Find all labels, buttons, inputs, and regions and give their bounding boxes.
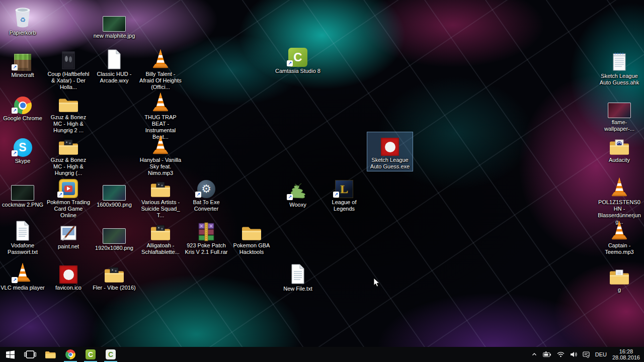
desktop-icon-1600x900-png[interactable]: 1600x900.png: [92, 177, 137, 209]
desktop-icon-sketch-league-auto-guess-exe[interactable]: Sketch League Auto Guess.exe: [367, 132, 413, 171]
vlc-icon: [150, 132, 171, 156]
icon-label: cockmaw 2.PNG: [2, 202, 43, 209]
icon-label: paint.net: [58, 243, 79, 251]
camtasia-icon: C↗: [288, 43, 307, 67]
desktop-icon-fler-vibe-2016[interactable]: Fler - Vibe (2016): [92, 260, 137, 292]
desktop-icon-billy-talent-afraid-of-heights-offici[interactable]: Billy Talent - Afraid Of Heights (Offici…: [138, 46, 183, 92]
chrome-icon: ↗: [14, 90, 32, 114]
desktop-icon-alligatoah-schlaftablette[interactable]: Alligatoah - Schlaftablette...: [138, 218, 183, 256]
taskbar-start-button[interactable]: [0, 347, 20, 362]
vlc-icon: [609, 218, 629, 241]
icon-label: g: [618, 287, 621, 294]
desktop-icon-hanybal-vanilla-sky-feat-nimo-mp3[interactable]: Hanybal - Vanilla Sky feat. Nimo.mp3: [138, 132, 183, 177]
image-icon: [608, 95, 631, 118]
image-icon: [11, 177, 34, 201]
vlc-icon: [150, 46, 171, 70]
taskbar-camtasia-recorder-button[interactable]: C: [101, 347, 121, 362]
desktop-icon-paint-net[interactable]: paint.net: [46, 219, 91, 251]
album-folder-icon: [58, 132, 79, 156]
icon-label: Gzuz & Bonez MC - High & Hungrig 2 ...: [46, 114, 91, 135]
taskbar-clock[interactable]: 16:28 28.08.2016: [612, 348, 640, 360]
icon-label: Vodafone Passwort.txt: [0, 242, 45, 256]
icon-label: Pokémon Trading Card Game Online: [46, 199, 91, 220]
red-emblem-icon: [59, 260, 77, 284]
icon-label: 1920x1080.png: [95, 245, 133, 252]
icon-label: Pokemon GBA Hacktools: [229, 242, 274, 256]
desktop-icon-captain-teemo-mp3[interactable]: Captain - Teemo.mp3: [597, 218, 642, 256]
desktop-icon-cockmaw-2-png[interactable]: cockmaw 2.PNG: [0, 177, 45, 209]
gear-app-icon: ⚙↗: [197, 174, 215, 198]
desktop-icon-sketch-league-auto-guess-ahk[interactable]: Sketch League Auto Guess.ahk: [597, 48, 642, 87]
system-tray: DEU 16:28 28.08.2016: [531, 347, 644, 362]
desktop-icon-classic-hud-arcade-wxy[interactable]: Classic HUD - Arcade.wxy: [92, 46, 137, 85]
taskbar-chrome-button[interactable]: [60, 347, 80, 362]
album-box-icon: [59, 46, 77, 70]
icon-label: Wooxy: [289, 202, 306, 209]
desktop-icon-favicon-ico[interactable]: favicon.ico: [46, 260, 91, 292]
action-center-icon[interactable]: [583, 351, 590, 358]
lol-icon: L↗: [335, 174, 353, 198]
taskbar-apps: CC: [0, 347, 121, 362]
icon-label: 1600x900.png: [97, 202, 132, 209]
taskbar-file-explorer-button[interactable]: [40, 347, 60, 362]
desktop-icon-skype[interactable]: S↗Skype: [0, 133, 45, 165]
desktop-icon-minecraft[interactable]: ↗Minecraft: [0, 47, 45, 79]
album-folder-icon: [150, 174, 171, 198]
desktop-icon-new-file-txt[interactable]: New File.txt: [275, 261, 320, 293]
icon-label: Papierkorb: [9, 30, 36, 37]
desktop-icon-wooxy[interactable]: ↗Wooxy: [275, 177, 320, 209]
desktop-icon-audacity[interactable]: Audacity: [597, 132, 642, 164]
desktop-icon-papierkorb[interactable]: ♻Papierkorb: [0, 5, 45, 37]
desktop-icon-flame-wallpaper[interactable]: flame-wallpaper-...: [597, 95, 642, 133]
folder-doc-icon: [609, 262, 630, 286]
desktop-icon-various-artists-suicide-squad-t[interactable]: Various Artists - Suicide Squad_ T...: [138, 174, 183, 220]
shortcut-arrow-icon: ↗: [12, 64, 18, 70]
desktop-icon-vodafone-passwort-txt[interactable]: Vodafone Passwort.txt: [0, 218, 45, 256]
taskbar-camtasia-studio-button[interactable]: C: [80, 347, 101, 362]
icon-label: Sketch League Auto Guess.ahk: [597, 73, 642, 87]
desktop-icon-camtasia-studio-8[interactable]: C↗Camtasia Studio 8: [275, 43, 320, 75]
desktop-icon-gzuz-bonez-mc-high-hungrig-2[interactable]: Gzuz & Bonez MC - High & Hungrig 2 ...: [46, 89, 91, 135]
battery-icon[interactable]: [543, 351, 551, 357]
icon-label: Classic HUD - Arcade.wxy: [92, 71, 137, 85]
desktop-icon-google-chrome[interactable]: ↗Google Chrome: [0, 90, 45, 123]
taskbar-display-frame-button[interactable]: [20, 347, 40, 362]
shortcut-arrow-icon: ↗: [12, 277, 18, 283]
desktop-icon-new-malphite-jpg[interactable]: new malphite.jpg: [92, 8, 137, 40]
icon-label: Sketch League Auto Guess.exe: [367, 157, 413, 171]
desktop-icon-bat-to-exe-converter[interactable]: ⚙↗Bat To Exe Converter: [184, 174, 229, 213]
chevron-up-icon[interactable]: [531, 351, 537, 357]
language-indicator[interactable]: DEU: [595, 351, 607, 357]
desktop-icon-1920x1080-png[interactable]: 1920x1080.png: [92, 220, 137, 252]
shortcut-arrow-icon: ↗: [57, 192, 63, 198]
desktop-icon-league-of-legends[interactable]: L↗League of Legends: [321, 174, 367, 213]
skype-icon: S↗: [14, 133, 32, 157]
icon-label: VLC media player: [1, 285, 44, 292]
icon-label: 923 Poke Patch Kris V 2.1 Full.rar: [184, 242, 229, 256]
vlc-icon: ↗: [13, 260, 33, 284]
desktop-screen: ♻Papierkorbnew malphite.jpg↗MinecraftCou…: [0, 0, 644, 362]
desktop-icon-coup-haftbefehl-xatar-der-holla[interactable]: Coup (Haftbefehl & Xatar) - Der Holla...: [46, 46, 91, 92]
desktop-icon-g[interactable]: g: [597, 262, 642, 294]
icon-label: Captain - Teemo.mp3: [597, 242, 642, 256]
desktop-icon-pokemon-gba-hacktools[interactable]: Pokemon GBA Hacktools: [229, 218, 274, 256]
desktop-icon-923-poke-patch-kris-v-2-1-full-rar[interactable]: 923 Poke Patch Kris V 2.1 Full.rar: [184, 218, 229, 256]
doc-text-icon: [14, 218, 31, 241]
minecraft-icon: ↗: [14, 47, 31, 71]
doc-text-icon: [289, 261, 306, 285]
doc-blank-icon: [106, 46, 123, 70]
desktop-icon-vlc-media-player[interactable]: ↗VLC media player: [0, 260, 45, 292]
icon-label: Alligatoah - Schlaftablette...: [138, 242, 183, 256]
image-icon: [103, 220, 126, 244]
desktop-icon-gzuz-bonez-mc-high-hungrig[interactable]: Gzuz & Bonez MC - High & Hungrig (...: [46, 132, 91, 177]
icon-label: flame-wallpaper-...: [597, 119, 642, 133]
icon-label: New File.txt: [283, 286, 312, 293]
icon-label: Google Chrome: [3, 115, 42, 123]
wifi-icon[interactable]: [557, 351, 565, 357]
shortcut-arrow-icon: ↗: [287, 194, 293, 200]
icon-label: Bat To Exe Converter: [184, 199, 229, 213]
desktop-icon-pok-mon-trading-card-game-online[interactable]: ↗Pokémon Trading Card Game Online: [46, 174, 91, 220]
audacity-folder-icon: [609, 132, 630, 156]
icon-label: Various Artists - Suicide Squad_ T...: [138, 199, 183, 220]
volume-icon[interactable]: [570, 351, 577, 357]
